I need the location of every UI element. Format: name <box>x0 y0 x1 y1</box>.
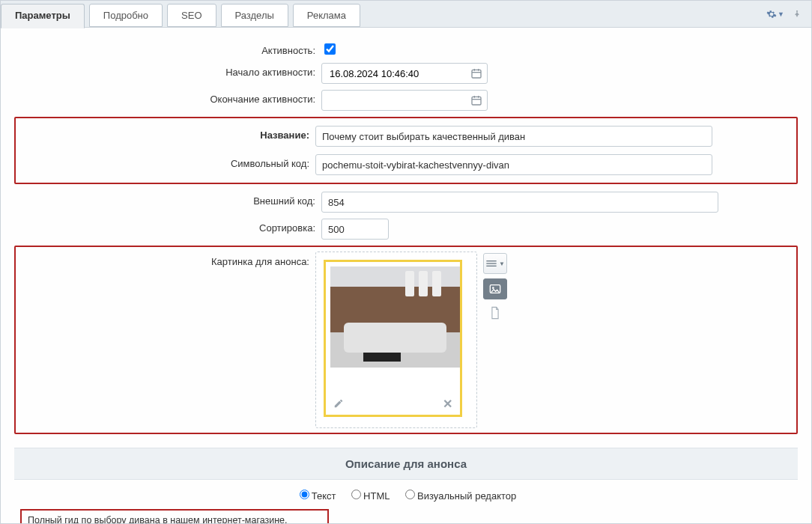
label-external: Внешний код: <box>14 192 321 207</box>
image-frame: ✕ <box>324 260 462 417</box>
editor-mode-selector: Текст HTML Визуальный редактор <box>14 480 798 509</box>
image-view-button[interactable] <box>483 278 507 299</box>
active-checkbox[interactable] <box>324 43 336 55</box>
editor-mode-visual-label: Визуальный редактор <box>417 490 516 502</box>
tab-sections-label: Разделы <box>235 10 274 21</box>
label-start: Начало активности: <box>14 63 321 78</box>
tab-seo-label: SEO <box>181 10 202 21</box>
end-date-input[interactable] <box>328 91 469 109</box>
editor-mode-text-radio[interactable] <box>300 490 309 499</box>
pin-icon[interactable] <box>790 7 804 21</box>
name-input[interactable] <box>315 126 712 147</box>
editor-mode-text-label: Текст <box>312 490 336 502</box>
calendar-icon[interactable] <box>469 94 484 107</box>
announcement-text[interactable]: Полный гид по выбору дивана в нашем инте… <box>28 515 321 523</box>
announcement-text-highlight-box: Полный гид по выбору дивана в нашем инте… <box>20 509 329 523</box>
tab-params[interactable]: Параметры <box>1 4 85 28</box>
image-menu-button[interactable]: ▼ <box>483 253 507 274</box>
label-code: Символьный код: <box>23 154 315 169</box>
tab-ads[interactable]: Реклама <box>293 4 360 27</box>
preview-thumbnail[interactable] <box>330 266 460 368</box>
tab-seo[interactable]: SEO <box>167 4 216 27</box>
label-preview-picture: Картинка для анонса: <box>23 252 315 428</box>
start-date-field[interactable] <box>321 63 488 84</box>
tab-sections[interactable]: Разделы <box>221 4 288 27</box>
external-code-input[interactable] <box>321 192 718 213</box>
name-code-highlight-box: Название: Символьный код: <box>14 117 798 184</box>
announcement-description-heading: Описание для анонса <box>14 448 798 480</box>
preview-picture-highlight-box: Картинка для анонса: ✕ <box>14 246 798 434</box>
label-sort: Сортировка: <box>14 219 321 234</box>
tab-params-label: Параметры <box>15 10 70 21</box>
label-end: Окончание активности: <box>14 90 321 105</box>
svg-rect-0 <box>472 70 481 78</box>
svg-rect-4 <box>472 97 481 105</box>
tab-detail[interactable]: Подробно <box>89 4 163 27</box>
editor-mode-html[interactable]: HTML <box>348 490 390 502</box>
chevron-down-icon: ▼ <box>499 261 505 267</box>
pencil-icon[interactable] <box>332 397 345 410</box>
label-name: Название: <box>23 126 315 141</box>
editor-mode-html-label: HTML <box>363 490 390 502</box>
document-icon[interactable] <box>483 304 507 322</box>
end-date-field[interactable] <box>321 90 488 111</box>
editor-mode-text[interactable]: Текст <box>296 490 336 502</box>
calendar-icon[interactable] <box>469 67 484 80</box>
editor-mode-visual-radio[interactable] <box>405 490 415 499</box>
label-active: Активность: <box>14 41 321 56</box>
start-date-input[interactable] <box>328 64 469 82</box>
settings-gear-icon[interactable] <box>765 7 778 21</box>
svg-point-12 <box>492 287 494 289</box>
image-drop-area[interactable]: ✕ <box>315 252 477 428</box>
tab-ads-label: Реклама <box>307 10 346 21</box>
form-content: Активность: Начало активности: Окончание… <box>1 28 811 523</box>
tab-detail-label: Подробно <box>103 10 148 21</box>
code-input[interactable] <box>315 154 712 175</box>
tab-bar: Параметры Подробно SEO Разделы Реклама ▼ <box>1 1 811 28</box>
settings-dropdown-caret-icon[interactable]: ▼ <box>778 10 784 18</box>
editor-mode-visual[interactable]: Визуальный редактор <box>402 490 516 502</box>
sort-input[interactable] <box>321 219 389 240</box>
editor-mode-html-radio[interactable] <box>351 490 361 499</box>
close-icon[interactable]: ✕ <box>440 397 454 410</box>
